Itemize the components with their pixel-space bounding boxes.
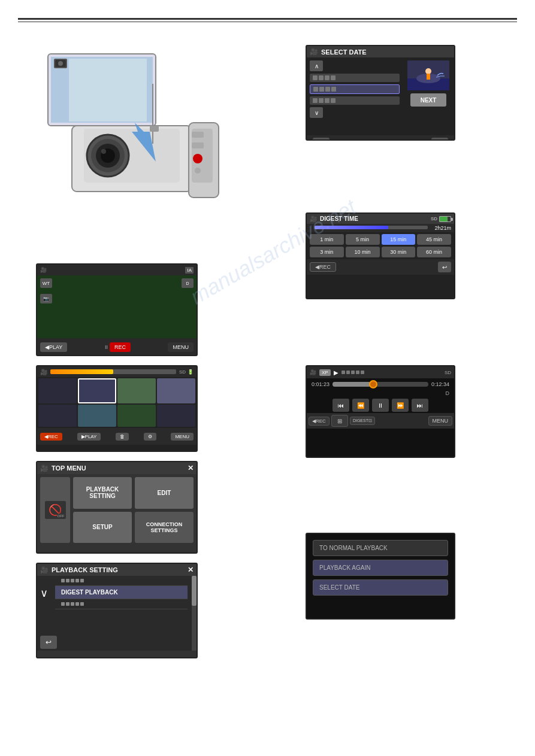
dt-battery-fill — [440, 217, 448, 221]
pb-timeline: 0:01:23 0:12:34 — [307, 378, 454, 390]
pb-dot-2 — [66, 579, 69, 582]
pb-setting-back-btn[interactable]: ↩ — [40, 636, 57, 649]
pb-bot-menu-btn[interactable]: MENU — [428, 416, 453, 426]
dt-buttons: 1 min 5 min 15 min 45 min 3 min 10 min 3… — [307, 232, 454, 259]
top-menu-header: 🎥 TOP MENU ✕ — [37, 462, 197, 474]
index-thumb-3[interactable] — [117, 378, 156, 403]
index-play-button[interactable]: ▶PLAY — [77, 433, 101, 441]
index-thumb-2[interactable] — [78, 378, 116, 403]
dt-btn-3min[interactable]: 3 min — [310, 247, 344, 257]
dt-progress-bar — [315, 226, 428, 229]
end-btn-playback-again[interactable]: PLAYBACK AGAIN — [313, 560, 448, 576]
pb-item-3[interactable] — [55, 599, 188, 609]
index-rec-button[interactable]: ◀REC — [40, 433, 62, 441]
pb-next-btn[interactable]: ⏭ — [412, 399, 428, 412]
dt-btn-60min[interactable]: 60 min — [417, 247, 451, 257]
dt-btn-30min[interactable]: 30 min — [382, 247, 416, 257]
index-thumb-6[interactable] — [78, 405, 116, 427]
pb-scrollbar[interactable] — [192, 576, 197, 651]
connection-settings-button[interactable]: CONNECTION SETTINGS — [135, 512, 194, 544]
pb-progress-track[interactable] — [333, 382, 428, 387]
dt-btn-10min[interactable]: 10 min — [346, 247, 380, 257]
sd-next-btn[interactable]: NEXT — [410, 93, 446, 107]
pb-fwd-btn[interactable]: ⏩ — [392, 399, 409, 412]
top-menu-body: 🚫 OFF PLAYBACK SETTING EDIT SETUP CONNEC… — [37, 474, 197, 546]
sd-close-btn[interactable]: ✕ — [431, 138, 448, 141]
pb-title-dot-1 — [341, 371, 345, 374]
index-settings-button[interactable]: ⚙ — [144, 433, 156, 441]
edit-button[interactable]: EDIT — [135, 477, 194, 509]
sd-date-dot3-4 — [331, 98, 335, 103]
pb-screen-header: 🎥 XP ▶ SD — [307, 366, 454, 378]
pb-setting-close-btn[interactable]: ✕ — [188, 566, 194, 574]
pb-digest-item[interactable]: DIGEST PLAYBACK — [55, 586, 188, 599]
index-bottom-bar: ◀REC ▶PLAY 🗑 ⚙ MENU — [37, 428, 197, 445]
sd-back-btn[interactable]: ↩ — [313, 138, 330, 141]
svg-rect-17 — [192, 132, 204, 138]
pb-progress-knob[interactable] — [369, 380, 377, 388]
index-screen: 🎥 SD 🔋 ◀REC ▶PLAY 🗑 ⚙ MENU — [36, 365, 198, 452]
pb-xp-badge: XP — [319, 369, 331, 376]
pb-bot-rec-btn[interactable]: ◀REC — [309, 417, 330, 426]
dt-btn-15min[interactable]: 15 min — [382, 234, 416, 245]
setup-button[interactable]: SETUP — [73, 512, 132, 544]
sd-date-dot-3 — [325, 75, 330, 80]
index-thumb-5[interactable] — [38, 405, 77, 427]
sd-date-row-3[interactable] — [310, 96, 400, 105]
play-button[interactable]: ◀PLAY — [40, 342, 67, 352]
pb-digest-label: DIGEST PLAYBACK — [61, 589, 118, 596]
index-thumb-4[interactable] — [157, 378, 195, 403]
playback-setting-button[interactable]: PLAYBACK SETTING — [73, 477, 132, 509]
select-date-screen: 🎥 SELECT DATE ∧ ∨ — [306, 45, 455, 141]
pb-cam-icon: 🎥 — [310, 369, 316, 375]
sd-date-row-2[interactable] — [310, 84, 400, 94]
sd-arrow-up[interactable]: ∧ — [310, 60, 323, 71]
sd-arrow-down[interactable]: ∨ — [310, 107, 323, 118]
pb-item-1[interactable] — [55, 576, 188, 586]
rec-button[interactable]: REC — [110, 342, 131, 352]
end-btn-select-date[interactable]: SELECT DATE — [313, 579, 448, 596]
sd-date-dot2-3 — [325, 87, 330, 92]
sd-date-dot-4 — [331, 75, 335, 80]
pb-title-dots — [341, 371, 442, 374]
sd-icon: SD — [179, 369, 186, 375]
dt-rec-btn[interactable]: ◀REC — [310, 262, 336, 272]
index-thumb-8[interactable] — [157, 405, 195, 427]
pb-bottom-bar: ◀REC ⊞ DIGEST⊡ MENU — [307, 413, 454, 429]
pb-scroll-down-arrow[interactable]: ∨ — [40, 587, 48, 600]
pb-progress-fill — [333, 382, 371, 387]
index-menu-button[interactable]: MENU — [171, 433, 194, 441]
sd-date-dot3-1 — [313, 98, 318, 103]
end-btn-normal-playback[interactable]: TO NORMAL PLAYBACK — [313, 540, 448, 556]
dt-btn-45min[interactable]: 45 min — [417, 234, 451, 245]
sd-date-dot2-2 — [319, 87, 324, 92]
camera-illustration — [36, 36, 234, 215]
pb-pause-btn[interactable]: ⏸ — [372, 399, 389, 412]
pb-bot-grid-btn[interactable]: ⊞ — [331, 415, 348, 427]
pb-rwd-btn[interactable]: ⏪ — [352, 399, 369, 412]
dt-back-btn[interactable]: ↩ — [438, 262, 451, 272]
sd-left: ∧ ∨ — [307, 57, 403, 135]
pb-title-dot-3 — [351, 371, 355, 374]
sd-date-row-1[interactable] — [310, 74, 400, 82]
dt-btn-5min[interactable]: 5 min — [346, 234, 380, 245]
top-border — [18, 18, 517, 20]
dt-storage: SD — [431, 216, 451, 222]
dt-header: 🎥 DIGEST TIME SD — [307, 214, 454, 224]
pb-prev-btn[interactable]: ⏮ — [333, 399, 349, 412]
d-icon: D — [182, 278, 194, 288]
pb-dot3-3 — [71, 602, 74, 606]
pb-bot-digest-btn[interactable]: DIGEST⊡ — [350, 417, 375, 425]
playback-screen: 🎥 XP ▶ SD 0:01:23 0:12:34 D ⏮ ⏪ ⏸ ⏩ ⏭ ◀R… — [306, 365, 455, 458]
pb-dot-5 — [80, 579, 84, 582]
dt-sd-label: SD — [431, 216, 437, 221]
select-date-header: 🎥 SELECT DATE — [307, 46, 454, 57]
dt-btn-1min[interactable]: 1 min — [310, 234, 344, 245]
index-delete-button[interactable]: 🗑 — [116, 433, 129, 441]
dt-bottom: ◀REC ↩ — [307, 259, 454, 275]
menu-button[interactable]: MENU — [168, 342, 194, 352]
index-thumb-7[interactable] — [117, 405, 156, 427]
sd-date-dot-2 — [319, 75, 324, 80]
svg-rect-25 — [427, 74, 430, 80]
top-menu-close-btn[interactable]: ✕ — [188, 464, 194, 472]
